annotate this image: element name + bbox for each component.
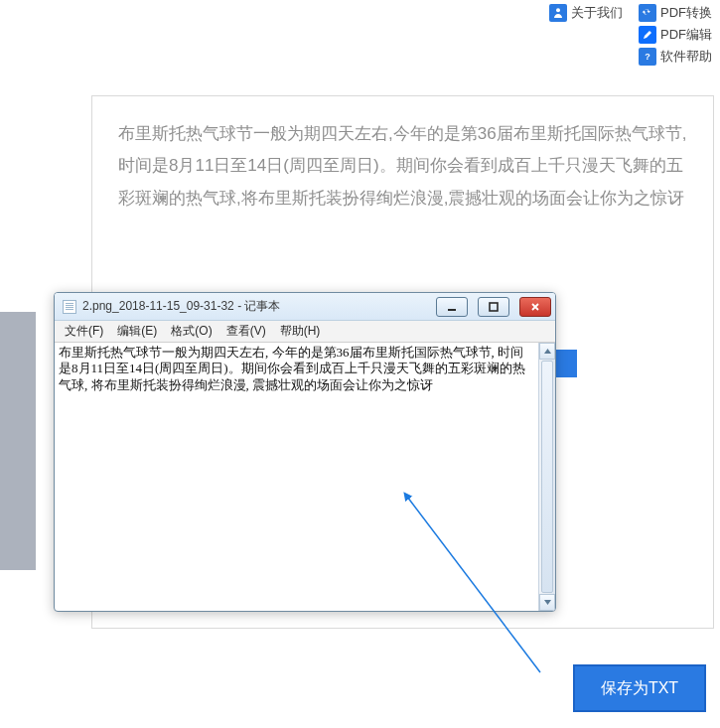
- nav-help-label: 软件帮助: [660, 48, 712, 66]
- svg-rect-2: [448, 309, 456, 311]
- svg-rect-3: [490, 303, 498, 311]
- left-clipped-text: 国 看 烂: [0, 99, 40, 230]
- menu-view[interactable]: 查看(V): [220, 321, 272, 342]
- svg-point-0: [556, 8, 560, 12]
- nav-pdf-convert[interactable]: PDF转换: [639, 4, 712, 22]
- notepad-menubar: 文件(F) 编辑(E) 格式(O) 查看(V) 帮助(H): [55, 321, 555, 343]
- nav-about[interactable]: 关于我们: [549, 4, 623, 22]
- edit-icon: [639, 26, 656, 44]
- scroll-up-icon[interactable]: [539, 343, 555, 360]
- convert-icon: [639, 4, 656, 22]
- menu-edit[interactable]: 编辑(E): [111, 321, 163, 342]
- save-as-txt-button[interactable]: 保存为TXT: [573, 664, 706, 712]
- left-image-strip: [0, 312, 36, 570]
- notepad-file-icon: [63, 300, 76, 314]
- close-button[interactable]: [519, 297, 551, 317]
- nav-pdf-edit-label: PDF编辑: [660, 26, 712, 44]
- menu-file[interactable]: 文件(F): [59, 321, 109, 342]
- notepad-title: 2.png_2018-11-15_09-31-32 - 记事本: [82, 298, 280, 315]
- notepad-scrollbar[interactable]: [538, 343, 555, 611]
- help-icon: ?: [639, 48, 656, 66]
- svg-text:?: ?: [645, 52, 650, 62]
- minimize-button[interactable]: [436, 297, 468, 317]
- nav-pdf-convert-label: PDF转换: [660, 4, 712, 22]
- scroll-down-icon[interactable]: [539, 594, 555, 611]
- notepad-window: 2.png_2018-11-15_09-31-32 - 记事本 文件(F) 编辑…: [54, 292, 556, 612]
- result-text: 布里斯托热气球节一般为期四天左右,今年的是第36届布里斯托国际热气球节,时间是8…: [92, 96, 713, 236]
- nav-about-label: 关于我们: [571, 4, 623, 22]
- notepad-titlebar[interactable]: 2.png_2018-11-15_09-31-32 - 记事本: [55, 293, 555, 321]
- about-icon: [549, 4, 567, 22]
- maximize-button[interactable]: [478, 297, 509, 317]
- scroll-thumb[interactable]: [541, 361, 553, 593]
- top-nav: 关于我们 PDF转换 PDF编辑 ? 软件帮助: [549, 4, 712, 66]
- menu-format[interactable]: 格式(O): [165, 321, 217, 342]
- notepad-textarea[interactable]: 布里斯托热气球节一般为期四天左右, 今年的是第36届布里斯托国际热气球节, 时间…: [55, 343, 538, 611]
- nav-pdf-edit[interactable]: PDF编辑: [639, 26, 712, 44]
- nav-help[interactable]: ? 软件帮助: [639, 48, 712, 66]
- save-as-txt-label: 保存为TXT: [601, 678, 678, 699]
- menu-help[interactable]: 帮助(H): [274, 321, 327, 342]
